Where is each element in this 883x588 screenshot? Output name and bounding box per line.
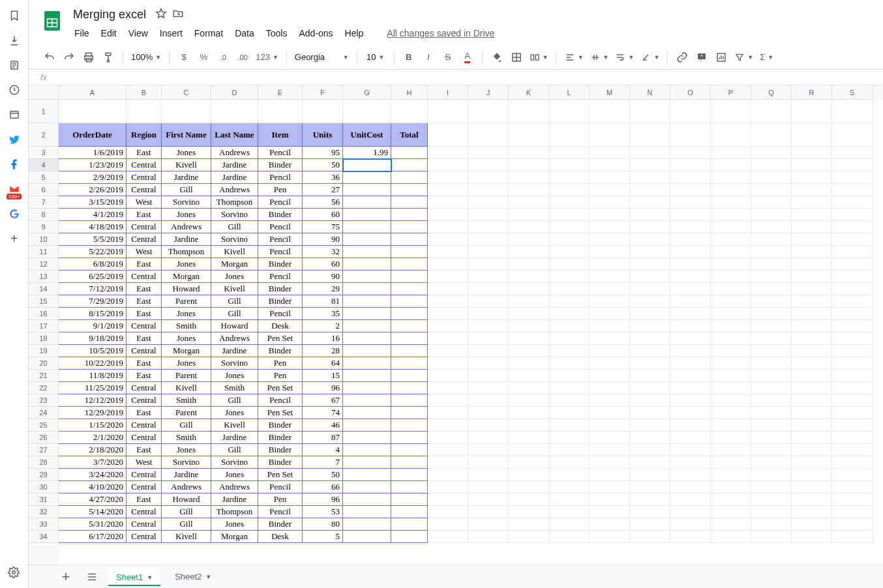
- cell-first[interactable]: Parent: [162, 295, 211, 308]
- cell-S26[interactable]: [832, 432, 873, 444]
- cell-units[interactable]: 2: [303, 320, 343, 332]
- cell-cost[interactable]: [343, 258, 391, 271]
- cell-first[interactable]: Jones: [162, 444, 211, 456]
- row-header-27[interactable]: 27: [29, 444, 59, 456]
- functions-button[interactable]: Σ▼: [757, 48, 776, 66]
- cell-date[interactable]: 8/15/2019: [59, 308, 127, 320]
- cell-N19[interactable]: [630, 345, 670, 357]
- cell-I27[interactable]: [428, 444, 468, 456]
- cell-S24[interactable]: [832, 407, 873, 419]
- cell-region[interactable]: West: [127, 196, 162, 209]
- cell-S32[interactable]: [832, 506, 873, 518]
- cell-I32[interactable]: [428, 506, 468, 518]
- row-header-2[interactable]: 2: [29, 123, 59, 147]
- cell-N21[interactable]: [630, 370, 670, 382]
- cell-region[interactable]: Central: [127, 271, 162, 283]
- col-header-J[interactable]: J: [468, 85, 509, 100]
- cell-P32[interactable]: [711, 506, 751, 518]
- cell-E1[interactable]: [258, 100, 303, 123]
- row-header-18[interactable]: 18: [29, 332, 59, 345]
- cell-cost[interactable]: [343, 432, 391, 444]
- dec-decimal-button[interactable]: .0: [214, 48, 232, 66]
- cell-item[interactable]: Pencil: [258, 221, 303, 233]
- cell-G1[interactable]: [343, 100, 391, 123]
- cell-L23[interactable]: [549, 394, 590, 407]
- cell-S2[interactable]: [832, 123, 873, 147]
- cell-item[interactable]: Pen Set: [258, 407, 303, 419]
- cell-N11[interactable]: [630, 246, 670, 258]
- cell-date[interactable]: 3/24/2020: [59, 469, 127, 481]
- chart-button[interactable]: [712, 48, 730, 66]
- cell-N27[interactable]: [630, 444, 670, 456]
- cell-K4[interactable]: [509, 159, 549, 171]
- cell-total[interactable]: [391, 419, 428, 432]
- cell-O25[interactable]: [670, 419, 711, 432]
- cell-J18[interactable]: [468, 332, 509, 345]
- cell-first[interactable]: Howard: [162, 493, 211, 506]
- cell-cost[interactable]: [343, 221, 391, 233]
- window-icon[interactable]: [8, 108, 21, 121]
- cell-P14[interactable]: [711, 283, 751, 295]
- cell-M28[interactable]: [590, 456, 630, 469]
- cell-K24[interactable]: [509, 407, 549, 419]
- cell-R30[interactable]: [792, 481, 832, 493]
- cell-item[interactable]: Pencil: [258, 271, 303, 283]
- cell-units[interactable]: 46: [303, 419, 343, 432]
- cell-N9[interactable]: [630, 221, 670, 233]
- cell-P4[interactable]: [711, 159, 751, 171]
- col-header-E[interactable]: E: [258, 85, 303, 100]
- cell-M23[interactable]: [590, 394, 630, 407]
- cell-total[interactable]: [391, 295, 428, 308]
- cell-item[interactable]: Pencil: [258, 308, 303, 320]
- cell-R33[interactable]: [792, 518, 832, 531]
- cell-O26[interactable]: [670, 432, 711, 444]
- cell-O23[interactable]: [670, 394, 711, 407]
- cell-date[interactable]: 9/18/2019: [59, 332, 127, 345]
- cell-Q21[interactable]: [751, 370, 792, 382]
- cell-cost[interactable]: [343, 481, 391, 493]
- cell-cost[interactable]: [343, 196, 391, 209]
- cell-L18[interactable]: [549, 332, 590, 345]
- cell-P7[interactable]: [711, 196, 751, 209]
- cell-first[interactable]: Kivell: [162, 382, 211, 394]
- cell-first[interactable]: Thompson: [162, 246, 211, 258]
- cell-S7[interactable]: [832, 196, 873, 209]
- cell-first[interactable]: Howard: [162, 283, 211, 295]
- cell-units[interactable]: 56: [303, 196, 343, 209]
- cell-L10[interactable]: [549, 233, 590, 246]
- cell-item[interactable]: Pen Set: [258, 332, 303, 345]
- cell-J14[interactable]: [468, 283, 509, 295]
- cell-S28[interactable]: [832, 456, 873, 469]
- cell-cost[interactable]: [343, 320, 391, 332]
- cell-first[interactable]: Smith: [162, 394, 211, 407]
- cell-R9[interactable]: [792, 221, 832, 233]
- cell-M15[interactable]: [590, 295, 630, 308]
- cell-O21[interactable]: [670, 370, 711, 382]
- cell-I12[interactable]: [428, 258, 468, 271]
- cell-date[interactable]: 5/31/2020: [59, 518, 127, 531]
- cell-units[interactable]: 15: [303, 370, 343, 382]
- cell-O11[interactable]: [670, 246, 711, 258]
- cell-cost[interactable]: [343, 332, 391, 345]
- cell-units[interactable]: 74: [303, 407, 343, 419]
- cell-Q3[interactable]: [751, 147, 792, 159]
- cell-P24[interactable]: [711, 407, 751, 419]
- print-button[interactable]: [80, 48, 98, 66]
- cell-L3[interactable]: [549, 147, 590, 159]
- cell-date[interactable]: 4/1/2019: [59, 209, 127, 221]
- cell-total[interactable]: [391, 209, 428, 221]
- cell-cost[interactable]: [343, 171, 391, 184]
- cell-total[interactable]: [391, 357, 428, 370]
- cell-cost[interactable]: [343, 271, 391, 283]
- undo-button[interactable]: [40, 48, 59, 66]
- cell-O20[interactable]: [670, 357, 711, 370]
- cell-O17[interactable]: [670, 320, 711, 332]
- cell-first[interactable]: Jones: [162, 332, 211, 345]
- cell-O3[interactable]: [670, 147, 711, 159]
- cell-L26[interactable]: [549, 432, 590, 444]
- cell-units[interactable]: 50: [303, 469, 343, 481]
- cell-Q34[interactable]: [751, 531, 792, 543]
- cell-O10[interactable]: [670, 233, 711, 246]
- cell-P10[interactable]: [711, 233, 751, 246]
- cell-M6[interactable]: [590, 184, 630, 196]
